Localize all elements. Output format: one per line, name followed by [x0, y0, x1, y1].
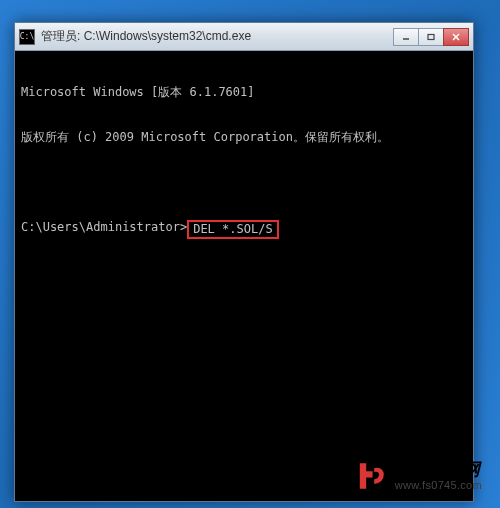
svg-rect-1 — [428, 34, 434, 39]
watermark: 飞沙系统网 www.fs0745.com — [347, 456, 490, 496]
console-line-copyright: 版权所有 (c) 2009 Microsoft Corporation。保留所有… — [21, 130, 467, 145]
watermark-title: 飞沙系统网 — [395, 461, 482, 480]
window-controls — [394, 28, 469, 46]
maximize-button[interactable] — [418, 28, 444, 46]
console-prompt: C:\Users\Administrator> — [21, 220, 187, 235]
cmd-icon-text: C:\ — [20, 32, 34, 41]
window-title: 管理员: C:\Windows\system32\cmd.exe — [41, 28, 394, 45]
command-highlight: DEL *.SOL/S — [187, 220, 278, 239]
cmd-window: C:\ 管理员: C:\Windows\system32\cmd.exe Mic… — [14, 22, 474, 502]
titlebar[interactable]: C:\ 管理员: C:\Windows\system32\cmd.exe — [15, 23, 473, 51]
console-area[interactable]: Microsoft Windows [版本 6.1.7601] 版权所有 (c)… — [15, 51, 473, 501]
minimize-icon — [401, 33, 411, 41]
watermark-url: www.fs0745.com — [395, 479, 482, 491]
watermark-text: 飞沙系统网 www.fs0745.com — [395, 461, 482, 492]
console-prompt-line: C:\Users\Administrator>DEL *.SOL/S — [21, 220, 467, 239]
maximize-icon — [426, 33, 436, 41]
console-line-version: Microsoft Windows [版本 6.1.7601] — [21, 85, 467, 100]
watermark-logo-icon — [355, 460, 387, 492]
console-blank — [21, 175, 467, 190]
cmd-icon: C:\ — [19, 29, 35, 45]
minimize-button[interactable] — [393, 28, 419, 46]
close-icon — [451, 33, 461, 41]
close-button[interactable] — [443, 28, 469, 46]
